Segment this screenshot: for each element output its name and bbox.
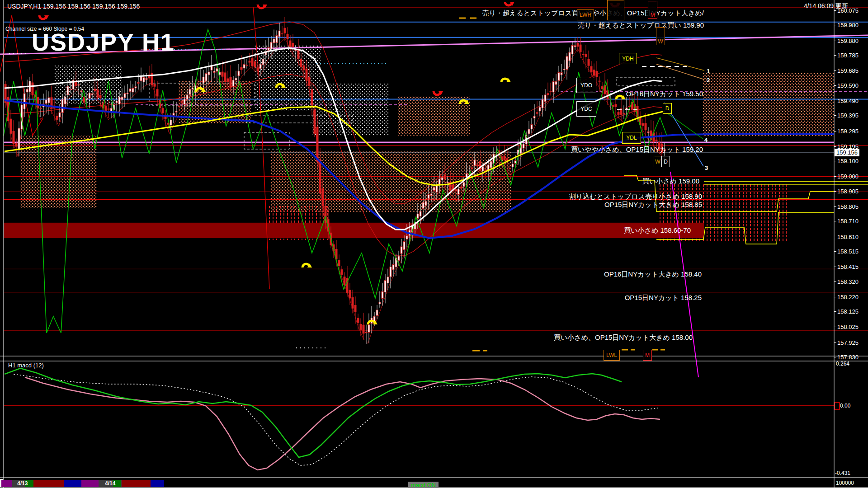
macd-on-badge: macd ON	[408, 482, 439, 488]
price-tick-label: 157.925	[837, 339, 859, 346]
mt4-chart-window[interactable]: { "window": { "title_line": "USDJPY,H1 1…	[0, 0, 868, 488]
price-tick-label: 158.125	[837, 308, 859, 315]
price-level-annotation: 買い小さめ 158.60-70	[624, 226, 691, 235]
price-tick-mark	[834, 206, 836, 207]
price-tick-label: 158.710	[837, 218, 859, 225]
chart-object-label-YDC[interactable]: YDC	[576, 101, 596, 117]
chart-object-label-box[interactable]	[607, 0, 624, 20]
trend-ray	[656, 64, 704, 80]
price-tick-label: 158.905	[837, 188, 859, 195]
price-tick-label: 158.515	[837, 248, 859, 255]
volume-scale-label: 100000	[836, 480, 854, 486]
price-tick-label: 158.220	[837, 294, 859, 300]
price-level-annotation: 売り・超えるとストップロス買い 159.90	[578, 21, 704, 30]
price-tick-mark	[834, 221, 836, 221]
chart-object-label-YDH[interactable]: YDH	[619, 53, 637, 64]
up-reversal-icon	[302, 263, 312, 267]
session-strip-segment	[33, 480, 64, 487]
price-tick-label: 158.610	[837, 234, 859, 240]
down-reversal-icon	[505, 2, 514, 6]
chart-object-label-W[interactable]: W	[656, 27, 665, 45]
chart-object-label-M[interactable]: M	[643, 350, 652, 361]
price-tick-mark	[834, 327, 836, 327]
price-tick-mark	[834, 131, 836, 131]
order-band-158-60-70	[4, 223, 704, 238]
chart-object-label-LWL[interactable]: LWL	[604, 350, 620, 361]
trendline-number: 2	[707, 77, 710, 84]
macd-green-line	[5, 368, 622, 457]
date-label: 4/13	[17, 480, 28, 487]
price-tick-mark	[834, 115, 836, 116]
price-tick-label: 158.025	[837, 324, 859, 330]
trendline-number: 3	[705, 164, 708, 171]
down-reversal-icon	[39, 15, 49, 19]
price-tick-label: 159.195	[837, 143, 859, 150]
session-strip-segment	[122, 480, 151, 487]
price-tick-mark	[834, 101, 836, 101]
session-strip-segment	[81, 480, 99, 487]
price-tick-label: 159.395	[837, 112, 859, 119]
macd-zero-marker	[835, 403, 840, 409]
price-tick-label: 159.685	[837, 67, 859, 74]
price-tick-mark	[834, 343, 836, 343]
price-tick-label: 158.805	[837, 203, 859, 210]
macd-signal-line	[14, 374, 658, 465]
up-reversal-icon	[501, 78, 511, 82]
price-level-annotation: OP15日NYカット 158.25	[625, 294, 702, 302]
price-tick-label: 159.980	[837, 22, 859, 28]
price-level-annotation: 買いやや小さめ、OP15日NYカット 159.20	[571, 145, 703, 154]
price-tick-mark	[834, 25, 836, 25]
range-box	[244, 132, 289, 149]
price-tick-label: 159.100	[837, 158, 859, 164]
price-tick-label: 159.295	[837, 128, 859, 135]
price-tick-mark	[834, 70, 836, 71]
price-tick-label: 159.785	[837, 52, 859, 59]
price-tick-mark	[834, 267, 836, 267]
price-tick-label: 160.075	[837, 7, 859, 14]
macd-scale-min: -0.431	[835, 470, 850, 476]
symbol-ohlc-readout: USDJPY,H1 159.156 159.156 159.156 159.15…	[7, 3, 140, 10]
macd-scale-max: 0.264	[836, 361, 849, 367]
price-tick-mark	[834, 357, 836, 357]
price-level-annotation: OP16日NYカット大きめ 158.40	[604, 270, 702, 279]
price-level-annotation: 割り込むとストップロス売り小さめ 158.90	[569, 192, 702, 201]
price-tick-label: 159.000	[837, 173, 859, 180]
price-tick-mark	[834, 311, 836, 312]
down-reversal-icon	[258, 5, 267, 9]
price-tick-mark	[834, 10, 836, 11]
price-tick-mark	[834, 146, 836, 147]
session-strip-segment	[151, 480, 164, 487]
session-strip-segment	[64, 480, 81, 487]
price-tick-mark	[834, 55, 836, 56]
price-level-annotation: OP15日NYカット大きめ 158.85	[604, 201, 702, 209]
cloud-hatch	[703, 73, 834, 136]
price-level-annotation: 買い小さめ、OP15日NYカット大きめ 158.00	[554, 333, 693, 342]
price-tick-label: 158.415	[837, 263, 859, 270]
trendline-number: 1	[707, 68, 710, 75]
macd-scale-zero: 0.00	[840, 403, 850, 409]
chart-object-label-M[interactable]: M	[648, 1, 657, 19]
price-tick-label: 157.830	[837, 354, 859, 361]
price-chart-canvas[interactable]	[0, 0, 868, 488]
macd-indicator-label: H1 macd (12)	[8, 362, 44, 369]
price-tick-label: 159.590	[837, 82, 859, 89]
price-tick-mark	[834, 41, 836, 41]
chart-object-label-D[interactable]: D	[663, 103, 672, 114]
chart-object-label-D[interactable]: D	[661, 156, 670, 167]
price-tick-mark	[834, 161, 836, 161]
chart-object-label-YDO[interactable]: YDO	[576, 78, 596, 93]
price-tick-mark	[834, 237, 836, 237]
chart-object-label-YDL[interactable]: YDL	[622, 132, 641, 144]
price-tick-mark	[834, 282, 836, 282]
price-tick-mark	[834, 251, 836, 252]
price-level-annotation: OP16日NYカット 159.50	[626, 90, 703, 99]
price-tick-mark	[834, 176, 836, 177]
date-label: 4/14	[105, 480, 115, 487]
price-tick-label: 159.490	[837, 98, 859, 104]
price-tick-mark	[834, 85, 836, 86]
chart-object-label-LWH[interactable]: LWH	[577, 9, 594, 20]
chart-object-label-W[interactable]: W	[654, 156, 662, 167]
chart-watermark-title: USDJPY H1	[32, 28, 175, 56]
cloud-hatch	[20, 136, 97, 208]
down-reversal-icon	[434, 91, 443, 95]
